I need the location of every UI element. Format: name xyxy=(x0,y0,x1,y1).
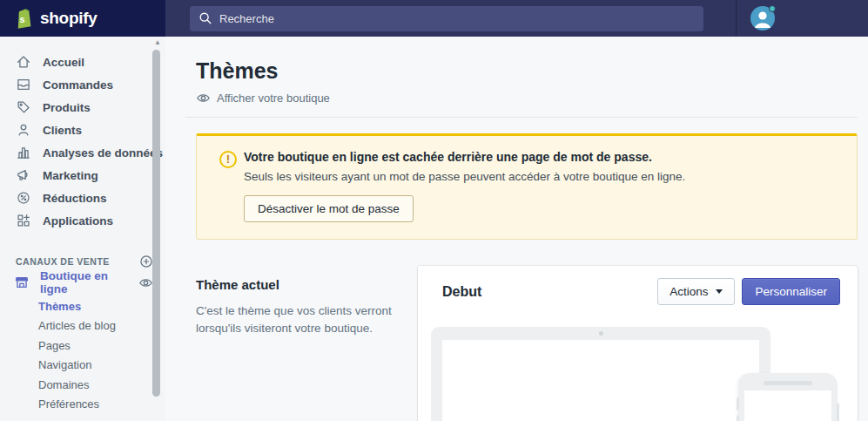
sidebar-item-marketing[interactable]: Marketing xyxy=(0,164,165,187)
desktop-preview-frame xyxy=(431,327,770,421)
sidebar-item-navigation[interactable]: Navigation xyxy=(0,356,165,376)
subnav-label: Préférences xyxy=(38,397,99,411)
subnav-label: Thèmes xyxy=(38,300,81,313)
disable-password-button[interactable]: Désactiver le mot de passe xyxy=(244,195,414,222)
topbar-divider xyxy=(736,0,737,37)
sidebar-item-produits[interactable]: Produits xyxy=(0,96,165,119)
topbar: s shopify xyxy=(0,0,868,37)
current-theme-description: C'est le thème que vos clients verront l… xyxy=(196,302,392,336)
theme-name: Debut xyxy=(442,284,481,300)
view-store-link[interactable]: Afficher votre boutique xyxy=(196,91,330,105)
monitor-camera-icon xyxy=(599,331,603,336)
marketing-icon xyxy=(16,167,31,183)
sidebar-item-label: Clients xyxy=(43,124,82,137)
sidebar-item-boutique-en-ligne[interactable]: Boutique en ligne xyxy=(0,270,165,295)
customers-icon xyxy=(16,122,31,138)
theme-card-actions: Actions Personnaliser xyxy=(657,278,840,305)
search-icon xyxy=(198,11,212,25)
sidebar-item-label: Applications xyxy=(43,214,113,227)
theme-preview xyxy=(418,315,858,421)
customize-button[interactable]: Personnaliser xyxy=(742,278,840,305)
theme-card: Debut Actions Personnaliser xyxy=(418,266,858,421)
search-input[interactable] xyxy=(219,12,695,25)
svg-text:s: s xyxy=(19,14,24,24)
online-store-subnav: Thèmes Articles de blog Pages Navigation… xyxy=(0,296,165,414)
discounts-icon xyxy=(16,190,31,206)
sidebar-item-label: Marketing xyxy=(43,169,98,182)
main-content: Thèmes Afficher votre boutique ! Votre b… xyxy=(165,37,868,421)
subnav-label: Domaines xyxy=(38,378,90,391)
subnav-label: Pages xyxy=(38,339,71,352)
sidebar-item-label: Réductions xyxy=(43,192,107,205)
view-store-label: Afficher votre boutique xyxy=(217,92,330,105)
sidebar: ▲ Accueil Commandes Produits Clients xyxy=(0,37,165,421)
actions-label: Actions xyxy=(670,285,708,298)
sidebar-item-label: Analyses de données xyxy=(43,146,163,160)
password-warning-banner: ! Votre boutique en ligne est cachée der… xyxy=(196,133,858,240)
view-channel-eye-icon[interactable] xyxy=(138,275,153,290)
sidebar-scrollbar[interactable] xyxy=(152,50,160,397)
orders-icon xyxy=(16,77,31,92)
theme-card-header: Debut Actions Personnaliser xyxy=(418,266,858,315)
sidebar-item-label: Accueil xyxy=(43,56,84,69)
banner-description: Seuls les visiteurs ayant un mot de pass… xyxy=(244,170,685,183)
sidebar-item-analyses[interactable]: Analyses de données xyxy=(0,141,165,164)
topbar-main xyxy=(165,0,868,37)
storefront-icon xyxy=(14,275,30,290)
sales-channels-header: CANAUX DE VENTE xyxy=(0,253,165,270)
phone-screen xyxy=(744,390,831,421)
status-dot-icon xyxy=(769,5,776,12)
chevron-down-icon xyxy=(716,289,723,294)
primary-nav: Accueil Commandes Produits Clients Analy… xyxy=(0,51,165,232)
sidebar-item-commandes[interactable]: Commandes xyxy=(0,73,165,96)
scrollbar-up-arrow[interactable]: ▲ xyxy=(154,38,161,47)
products-icon xyxy=(16,99,31,115)
sidebar-item-themes[interactable]: Thèmes xyxy=(0,296,165,316)
sidebar-item-reductions[interactable]: Réductions xyxy=(0,187,165,209)
user-menu[interactable] xyxy=(750,6,775,31)
banner-title: Votre boutique en ligne est cachée derri… xyxy=(244,150,685,164)
banner-body: Votre boutique en ligne est cachée derri… xyxy=(244,150,685,222)
shopify-bag-icon: s xyxy=(14,7,33,30)
search-box[interactable] xyxy=(190,6,703,31)
page-title: Thèmes xyxy=(196,37,858,84)
home-icon xyxy=(16,54,31,70)
sidebar-item-domaines[interactable]: Domaines xyxy=(0,375,165,395)
sidebar-item-applications[interactable]: Applications xyxy=(0,209,165,232)
sales-channels-title: CANAUX DE VENTE xyxy=(16,256,110,267)
shopify-logo[interactable]: s shopify xyxy=(0,0,165,37)
phone-side-button xyxy=(737,415,739,421)
sidebar-item-preferences[interactable]: Préférences xyxy=(0,395,165,415)
subnav-label: Navigation xyxy=(38,358,91,371)
current-theme-heading: Thème actuel xyxy=(196,277,392,292)
apps-icon xyxy=(16,213,31,228)
mobile-preview-frame xyxy=(738,373,838,421)
sidebar-item-articles-de-blog[interactable]: Articles de blog xyxy=(0,316,165,336)
current-theme-info: Thème actuel C'est le thème que vos clie… xyxy=(196,266,418,421)
analytics-icon xyxy=(16,145,31,160)
brand-wordmark: shopify xyxy=(40,9,97,28)
sidebar-item-pages[interactable]: Pages xyxy=(0,336,165,356)
phone-speaker-icon xyxy=(764,381,812,385)
eye-icon xyxy=(196,91,211,105)
sidebar-item-label: Produits xyxy=(43,101,91,114)
sidebar-item-accueil[interactable]: Accueil xyxy=(0,51,165,73)
subnav-label: Articles de blog xyxy=(38,319,116,332)
header-divider xyxy=(185,117,858,118)
warning-icon: ! xyxy=(219,151,237,168)
phone-side-button xyxy=(837,403,839,421)
sidebar-item-label: Boutique en ligne xyxy=(40,269,128,295)
phone-side-button xyxy=(737,397,739,411)
sidebar-item-clients[interactable]: Clients xyxy=(0,119,165,141)
current-theme-section: Thème actuel C'est le thème que vos clie… xyxy=(196,266,858,421)
actions-dropdown-button[interactable]: Actions xyxy=(657,278,735,305)
add-channel-icon[interactable] xyxy=(139,255,153,268)
sidebar-item-label: Commandes xyxy=(43,78,113,92)
